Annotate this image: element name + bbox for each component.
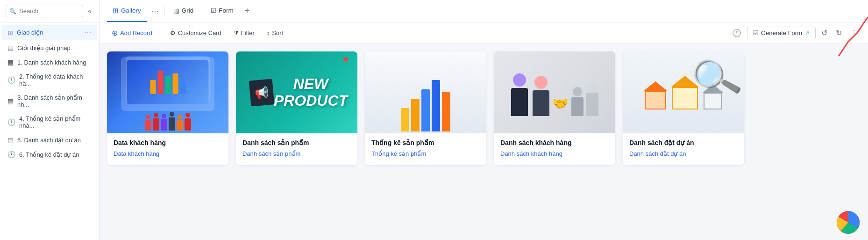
filter-button[interactable]: ⧩ Filter xyxy=(228,27,260,40)
table-icon: ▦ xyxy=(7,97,14,105)
tab-gallery-more-button[interactable]: ⋯ xyxy=(149,5,162,17)
sidebar-item-label: 3. Danh sách sản phẩm nh... xyxy=(17,94,92,108)
add-record-button[interactable]: ⊕ Add Record xyxy=(107,26,157,40)
search-icon: 🔍 xyxy=(9,8,16,15)
card-link-3[interactable]: Thống kê sản phẩm xyxy=(371,150,426,157)
card-title-3: Thống kê sản phẩm xyxy=(371,139,480,146)
form-icon: ☑ xyxy=(211,7,216,14)
card-image-1 xyxy=(107,51,228,133)
card-danh-sach-kh[interactable]: 🤝 Danh sách khách hàng Danh sách khách h… xyxy=(494,51,615,165)
clock-icon: 🕐 xyxy=(7,151,15,158)
clock-icon: 🕐 xyxy=(732,29,741,37)
sort-button[interactable]: ↕ Sort xyxy=(262,27,288,39)
card-image-4: 🤝 xyxy=(494,51,615,133)
add-record-label: Add Record xyxy=(120,29,152,36)
sidebar-item-label: 1. Danh sách khách hàng xyxy=(17,59,86,66)
sidebar-item-gioi-thieu[interactable]: ▦ Giới thiệu giải pháp xyxy=(2,41,97,55)
sort-label: Sort xyxy=(272,29,283,36)
generate-form-button[interactable]: ☑ Generate Form ↗ xyxy=(747,27,816,39)
card-link-2[interactable]: Danh sách sản phẩm xyxy=(242,150,300,157)
card-title-5: Danh sách đặt dự án xyxy=(629,139,738,146)
card-link-5[interactable]: Danh sách đặt dự án xyxy=(629,150,686,157)
sidebar-item-label: 2. Thống kê data khách hà... xyxy=(19,73,92,87)
table-icon: ▦ xyxy=(7,136,14,144)
sidebar-nav: ⊞ Giao diện ⋯ ▦ Giới thiệu giải pháp ▦ 1… xyxy=(0,22,99,240)
tab-form-label: Form xyxy=(219,7,234,14)
sidebar-item-label: Giới thiệu giải pháp xyxy=(17,44,71,51)
table-icon: ▦ xyxy=(7,58,14,66)
tab-add-button[interactable]: + xyxy=(241,4,254,18)
sidebar-item-danh-sach-sp[interactable]: ▦ 3. Danh sách sản phẩm nh... xyxy=(2,91,97,111)
history-button[interactable]: 🕐 xyxy=(729,27,744,39)
clock-icon: 🕐 xyxy=(7,76,15,84)
cards-area: Data khách hàng Data khách hàng 📢 NEWPRO… xyxy=(100,44,868,240)
undo-button[interactable]: ↺ xyxy=(818,27,830,39)
tab-grid-label: Grid xyxy=(182,7,194,14)
sidebar: 🔍 « ⊞ Giao diện ⋯ ▦ Giới thiệu giải pháp… xyxy=(0,0,100,240)
grid-icon: ▦ xyxy=(173,7,179,15)
card-danh-sach-sp[interactable]: 📢 NEWPRODUCT Danh sách sản phẩm Danh sác… xyxy=(236,51,357,165)
sidebar-item-label: 6. Thống kê đặt dự án xyxy=(19,151,79,158)
card-thong-ke-sp[interactable]: Thống kê sản phẩm Thống kê sản phẩm xyxy=(365,51,486,165)
more-icon[interactable]: ⋯ xyxy=(84,28,92,37)
card-image-5: 🔍 xyxy=(623,51,744,133)
clock-icon: 🕐 xyxy=(7,118,15,126)
sidebar-item-thong-ke-du-an[interactable]: 🕐 6. Thống kê đặt dự án xyxy=(2,147,97,161)
grid-icon: ⊞ xyxy=(7,29,13,36)
tab-separator xyxy=(164,7,165,16)
card-link-4[interactable]: Danh sách khách hàng xyxy=(500,150,562,157)
card-body-4: Danh sách khách hàng Danh sách khách hàn… xyxy=(494,133,615,165)
form-icon: ☑ xyxy=(753,29,759,36)
tab-grid[interactable]: ▦ Grid xyxy=(168,0,199,22)
filter-icon: ⧩ xyxy=(234,29,239,37)
search-input[interactable] xyxy=(6,5,83,17)
tab-toolbar: ⊞ Gallery ⋯ ▦ Grid ☑ Form + xyxy=(100,0,868,22)
table-icon: ▦ xyxy=(7,44,14,51)
sidebar-item-label: 4. Thống kê sản phẩm nhà... xyxy=(19,115,92,129)
sidebar-item-danh-sach-du-an[interactable]: ▦ 5. Danh sách đặt dự án xyxy=(2,133,97,147)
search-wrapper: 🔍 xyxy=(6,5,83,17)
card-title-4: Danh sách khách hàng xyxy=(500,139,609,146)
card-data-khach-hang[interactable]: Data khách hàng Data khách hàng xyxy=(107,51,228,165)
card-title-1: Data khách hàng xyxy=(114,139,222,146)
filter-label: Filter xyxy=(241,29,255,36)
customize-card-label: Customize Card xyxy=(178,29,221,36)
tab-gallery[interactable]: ⊞ Gallery xyxy=(107,0,147,22)
card-link-1[interactable]: Data khách hàng xyxy=(114,150,159,157)
card-body-5: Danh sách đặt dự án Danh sách đặt dự án xyxy=(623,133,744,165)
tab-gallery-label: Gallery xyxy=(121,7,141,14)
sidebar-collapse-button[interactable]: « xyxy=(86,6,93,17)
share-icon: ↗ xyxy=(804,29,810,36)
add-icon: ⊕ xyxy=(112,29,118,37)
card-image-3 xyxy=(365,51,486,133)
card-body-1: Data khách hàng Data khách hàng xyxy=(107,133,228,165)
action-divider xyxy=(161,29,161,37)
main-content: ⊞ Gallery ⋯ ▦ Grid ☑ Form + ⊕ Add Record… xyxy=(100,0,868,240)
sidebar-item-label: Giao diện xyxy=(17,29,43,36)
card-body-2: Danh sách sản phẩm Danh sách sản phẩm xyxy=(236,133,357,165)
sidebar-item-danh-sach-kh[interactable]: ▦ 1. Danh sách khách hàng xyxy=(2,55,97,69)
card-danh-sach-du-an[interactable]: 🔍 Danh sách đặt dự án Danh sách đặt dự á… xyxy=(623,51,744,165)
card-body-3: Thống kê sản phẩm Thống kê sản phẩm xyxy=(365,133,486,165)
customize-icon: ⚙ xyxy=(170,29,176,36)
people-silhouettes xyxy=(145,112,191,133)
tab-separator-2 xyxy=(202,7,202,16)
tab-form[interactable]: ☑ Form xyxy=(205,0,239,22)
sidebar-item-thong-ke-sp[interactable]: 🕐 4. Thống kê sản phẩm nhà... xyxy=(2,112,97,132)
sidebar-search-bar: 🔍 « xyxy=(0,0,99,22)
card-image-2: 📢 NEWPRODUCT xyxy=(236,51,357,133)
card-title-2: Danh sách sản phẩm xyxy=(242,139,351,146)
action-bar: ⊕ Add Record ⚙ Customize Card ⧩ Filter ↕… xyxy=(100,22,868,44)
sidebar-item-giao-dien[interactable]: ⊞ Giao diện ⋯ xyxy=(2,25,97,40)
generate-form-label: Generate Form xyxy=(761,29,802,36)
sort-icon: ↕ xyxy=(267,29,270,36)
gallery-icon: ⊞ xyxy=(113,7,119,15)
sidebar-item-label: 5. Danh sách đặt dự án xyxy=(17,137,81,144)
sidebar-item-thong-ke-data[interactable]: 🕐 2. Thống kê data khách hà... xyxy=(2,70,97,90)
customize-card-button[interactable]: ⚙ Customize Card xyxy=(165,27,227,39)
